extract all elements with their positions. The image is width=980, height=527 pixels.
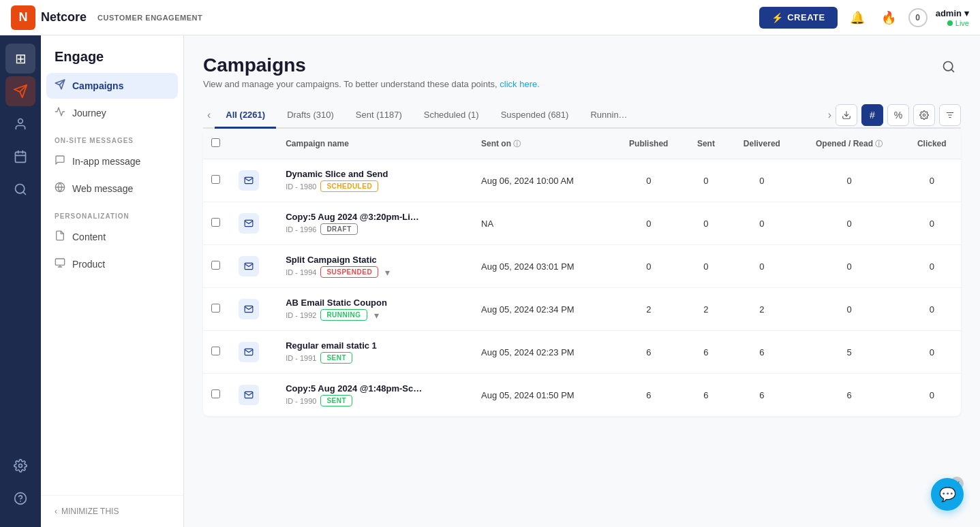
minimize-sidebar-button[interactable]: ‹ MINIMIZE THIS — [41, 495, 183, 527]
svg-rect-12 — [55, 259, 64, 265]
campaign-id: ID - 1990 SENT — [286, 395, 465, 406]
create-button[interactable]: ⚡ CREATE — [759, 7, 838, 29]
sidebar-item-campaigns[interactable]: Campaigns — [46, 73, 178, 99]
admin-menu[interactable]: admin ▾ Live — [936, 8, 969, 27]
row-name-cell: Copy:5 Aug 2024 @3:20pm-Li… ID - 1996 DR… — [277, 202, 473, 245]
row-checkbox[interactable] — [211, 261, 220, 270]
row-opened-read: 0 — [796, 245, 903, 288]
row-name-cell: Split Campaign Static ID - 1994 SUSPENDE… — [277, 245, 473, 288]
rail-item-settings[interactable] — [5, 451, 35, 481]
hash-view-button[interactable]: # — [861, 104, 883, 126]
campaigns-icon — [55, 79, 65, 93]
content-icon — [55, 230, 65, 244]
campaign-name[interactable]: AB Email Static Coupon — [286, 298, 465, 308]
tab-scheduled----[interactable]: Scheduled (1) — [413, 103, 490, 129]
tab-prev-button[interactable]: ‹ — [203, 103, 215, 127]
rail-item-megaphone[interactable] — [5, 76, 35, 106]
minimize-arrow: ‹ — [55, 507, 57, 516]
svg-line-16 — [951, 69, 954, 72]
row-checkbox[interactable] — [211, 218, 220, 227]
clicked-header: Clicked — [903, 129, 961, 159]
tab-suspended------[interactable]: Suspended (681) — [490, 103, 580, 129]
rail-item-search[interactable] — [5, 174, 35, 204]
zero-count-badge[interactable]: 0 — [908, 8, 928, 27]
sidebar-item-product[interactable]: Product — [46, 251, 178, 277]
row-checkbox[interactable] — [211, 304, 220, 313]
sidebar-personalization-nav: Content Product — [41, 224, 183, 277]
campaign-id-text: ID - 1992 — [286, 311, 316, 319]
click-here-link[interactable]: click here. — [500, 79, 540, 89]
expand-button[interactable]: ▾ — [385, 267, 390, 278]
expand-button[interactable]: ▾ — [374, 310, 379, 321]
tab-sent-------[interactable]: Sent (1187) — [345, 103, 413, 129]
campaign-name[interactable]: Regular email static 1 — [286, 340, 465, 351]
campaign-name[interactable]: Copy:5 Aug 2024 @3:20pm-Li… — [286, 212, 465, 222]
row-delivered: 0 — [728, 202, 796, 245]
row-icon-cell — [230, 202, 277, 245]
row-name-cell: Dynamic Slice and Send ID - 1980 SCHEDUL… — [277, 159, 473, 202]
row-clicked: 0 — [903, 374, 961, 417]
tab-navigation: All (2261)Drafts (310)Sent (1187)Schedul… — [215, 103, 823, 127]
rail-item-support[interactable] — [5, 483, 35, 513]
row-sent: 2 — [684, 288, 728, 331]
row-checkbox-cell — [203, 288, 230, 331]
select-all-checkbox[interactable] — [211, 138, 220, 147]
row-published: 0 — [613, 159, 684, 202]
row-delivered: 0 — [728, 245, 796, 288]
page-title: Campaigns — [203, 54, 540, 76]
campaign-name[interactable]: Split Campaign Static — [286, 255, 465, 265]
tab-all-------[interactable]: All (2261) — [215, 103, 276, 129]
logo-box: N — [11, 5, 35, 30]
chat-bubble-button[interactable]: 💬 — [931, 478, 964, 511]
top-navigation: N Netcore CUSTOMER ENGAGEMENT ⚡ CREATE 🔔… — [0, 0, 980, 35]
sidebar-item-inapp[interactable]: In-app message — [46, 148, 178, 174]
tabs-row: ‹ All (2261)Drafts (310)Sent (1187)Sched… — [203, 103, 836, 127]
svg-point-7 — [19, 464, 22, 468]
row-sent-on: Aug 05, 2024 02:34 PM — [473, 288, 613, 331]
tab-drafts------[interactable]: Drafts (310) — [276, 103, 345, 129]
percent-view-button[interactable]: % — [887, 104, 909, 126]
row-clicked: 0 — [903, 202, 961, 245]
row-name-cell: AB Email Static Coupon ID - 1992 RUNNING… — [277, 288, 473, 331]
table-row: Copy:5 Aug 2024 @3:20pm-Li… ID - 1996 DR… — [203, 202, 961, 245]
fire-button[interactable]: 🔥 — [877, 6, 900, 29]
row-checkbox[interactable] — [211, 389, 220, 398]
campaign-name[interactable]: Dynamic Slice and Send — [286, 169, 465, 179]
rail-item-calendar[interactable] — [5, 142, 35, 172]
sidebar-item-content[interactable]: Content — [46, 224, 178, 250]
table-settings-button[interactable] — [913, 104, 935, 126]
row-checkbox[interactable] — [211, 347, 220, 355]
logo[interactable]: N Netcore — [11, 5, 87, 30]
status-badge: DRAFT — [320, 223, 357, 235]
rail-item-grid[interactable]: ⊞ — [5, 44, 35, 74]
row-clicked: 0 — [903, 159, 961, 202]
rail-item-users[interactable] — [5, 109, 35, 139]
tab-next-button[interactable]: › — [824, 103, 836, 127]
sidebar-item-web[interactable]: Web message — [46, 176, 178, 202]
notifications-button[interactable]: 🔔 — [846, 6, 869, 29]
row-sent: 6 — [684, 331, 728, 374]
download-button[interactable] — [836, 104, 857, 126]
row-clicked: 0 — [903, 331, 961, 374]
campaign-name[interactable]: Copy:5 Aug 2024 @1:48pm-Sc… — [286, 383, 465, 394]
status-badge: SUSPENDED — [320, 266, 378, 278]
tab-runnin-[interactable]: Runnin… — [579, 103, 638, 129]
row-published: 2 — [613, 288, 684, 331]
row-delivered: 2 — [728, 288, 796, 331]
logo-text: Netcore — [41, 10, 87, 25]
row-icon-cell — [230, 245, 277, 288]
sidebar-web-label: Web message — [72, 183, 133, 194]
sidebar-onsite-nav: In-app message Web message — [41, 148, 183, 202]
row-checkbox[interactable] — [211, 175, 220, 184]
status-badge: SCHEDULED — [320, 180, 378, 192]
filter-button[interactable] — [939, 104, 961, 126]
search-button[interactable] — [936, 54, 961, 79]
row-sent: 0 — [684, 202, 728, 245]
row-delivered: 6 — [728, 374, 796, 417]
product-tag: CUSTOMER ENGAGEMENT — [97, 14, 202, 22]
sidebar-nav: Campaigns Journey — [41, 73, 183, 126]
sidebar-item-journey[interactable]: Journey — [46, 100, 178, 126]
product-icon — [55, 257, 65, 271]
published-header: Published — [613, 129, 684, 159]
row-sent: 0 — [684, 159, 728, 202]
